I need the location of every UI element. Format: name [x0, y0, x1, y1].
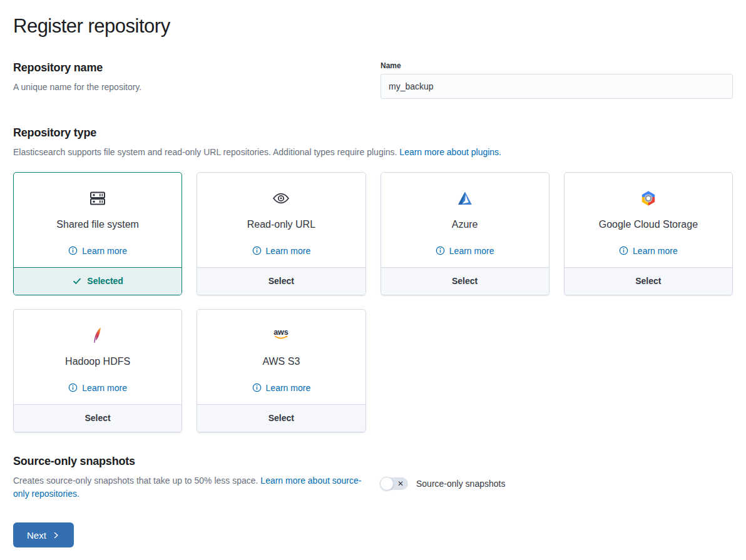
info-icon: [619, 246, 628, 255]
footer-label: Select: [635, 276, 661, 286]
repo-type-card-read-only-url[interactable]: Read-only URL Learn more Select: [197, 172, 365, 295]
learn-more-label: Learn more: [82, 383, 127, 393]
repository-name-description: A unique name for the repository.: [13, 81, 365, 94]
learn-more-link[interactable]: Learn more: [252, 246, 311, 256]
select-footer-button[interactable]: Select: [197, 404, 365, 432]
card-title: Shared file system: [56, 219, 139, 230]
footer-label: Select: [268, 276, 294, 286]
card-title: Google Cloud Storage: [599, 219, 698, 230]
repo-type-card-aws-s3[interactable]: aws AWS S3 Learn more Select: [197, 309, 365, 432]
repo-type-card-azure[interactable]: Azure Learn more Select: [381, 172, 549, 295]
learn-more-label: Learn more: [266, 246, 311, 256]
learn-more-label: Learn more: [633, 246, 678, 256]
source-only-toggle-label: Source-only snapshots: [416, 479, 505, 489]
repository-type-heading: Repository type: [13, 126, 733, 140]
source-only-section: Source-only snapshots Creates source-onl…: [13, 455, 733, 501]
page-title: Register repository: [13, 15, 733, 38]
eye-icon: [271, 188, 291, 208]
repository-type-description-text: Elasticsearch supports file system and r…: [13, 147, 397, 157]
repository-type-description: Elasticsearch supports file system and r…: [13, 146, 733, 160]
svg-text:aws: aws: [274, 328, 289, 337]
form-actions: Next: [13, 522, 733, 547]
footer-label: Select: [85, 413, 111, 423]
learn-more-link[interactable]: Learn more: [436, 246, 494, 256]
select-footer-button[interactable]: Select: [197, 267, 365, 295]
repo-type-card-hadoop-hdfs[interactable]: Hadoop HDFS Learn more Select: [13, 309, 182, 432]
learn-more-label: Learn more: [82, 246, 127, 256]
toggle-knob: [380, 477, 394, 491]
toggle-off-x-icon: ✕: [397, 479, 404, 487]
source-only-heading: Source-only snapshots: [13, 455, 365, 468]
info-icon: [68, 246, 78, 255]
card-title: Azure: [452, 219, 478, 230]
source-only-toggle[interactable]: ✕: [381, 477, 408, 490]
repository-type-section: Repository type Elasticsearch supports f…: [13, 126, 733, 432]
learn-more-label: Learn more: [266, 383, 311, 393]
repository-type-card-grid: Shared file system Learn more Selected: [13, 172, 733, 432]
repository-name-intro: Repository name A unique name for the re…: [13, 61, 365, 99]
azure-logo-icon: [455, 188, 475, 208]
source-only-intro: Source-only snapshots Creates source-onl…: [13, 455, 365, 501]
repo-type-card-google-cloud-storage[interactable]: Google Cloud Storage Learn more Select: [564, 172, 733, 295]
check-icon: [72, 276, 82, 286]
apache-feather-logo-icon: [88, 325, 108, 345]
footer-label: Select: [452, 276, 478, 286]
google-cloud-storage-logo-icon: [638, 188, 658, 208]
card-title: Read-only URL: [247, 219, 315, 230]
repository-name-field-group: Name: [381, 61, 733, 99]
chevron-right-icon: [52, 531, 60, 539]
learn-more-link[interactable]: Learn more: [68, 383, 127, 393]
card-title: AWS S3: [262, 356, 300, 367]
learn-more-link[interactable]: Learn more: [619, 246, 678, 256]
next-button-label: Next: [27, 530, 46, 541]
learn-more-link[interactable]: Learn more: [252, 383, 311, 393]
learn-more-link[interactable]: Learn more: [68, 246, 127, 256]
card-title: Hadoop HDFS: [65, 356, 130, 367]
repository-name-heading: Repository name: [13, 61, 365, 74]
next-button[interactable]: Next: [13, 522, 74, 547]
learn-more-plugins-link[interactable]: Learn more about plugins.: [399, 147, 501, 157]
storage-icon: [88, 188, 108, 208]
footer-label: Select: [268, 413, 294, 423]
source-only-description: Creates source-only snapshots that take …: [13, 474, 365, 501]
repo-type-card-shared-file-system[interactable]: Shared file system Learn more Selected: [13, 172, 182, 295]
repository-name-input[interactable]: [381, 74, 733, 99]
aws-logo-icon: aws: [271, 325, 291, 345]
selected-footer-button[interactable]: Selected: [14, 267, 181, 295]
select-footer-button[interactable]: Select: [565, 267, 732, 295]
info-icon: [252, 246, 262, 255]
name-field-label: Name: [381, 61, 733, 70]
repository-name-section: Repository name A unique name for the re…: [13, 61, 733, 99]
source-only-field-group: ✕ Source-only snapshots: [381, 455, 733, 501]
select-footer-button[interactable]: Select: [14, 404, 181, 432]
info-icon: [68, 383, 78, 392]
info-icon: [252, 383, 262, 392]
info-icon: [436, 246, 445, 255]
footer-label: Selected: [87, 276, 123, 286]
register-repository-page: Register repository Repository name A un…: [0, 0, 746, 557]
select-footer-button[interactable]: Select: [381, 267, 549, 295]
learn-more-label: Learn more: [449, 246, 494, 256]
source-only-description-text: Creates source-only snapshots that take …: [13, 476, 258, 486]
